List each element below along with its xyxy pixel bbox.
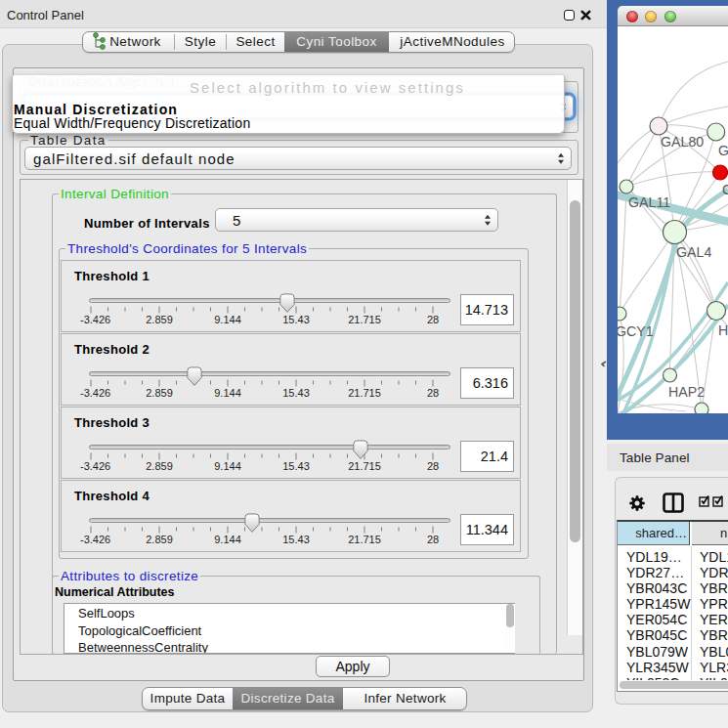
svg-text:GCY1: GCY1 [618,323,654,339]
svg-text:H: H [718,322,728,338]
svg-text:HAP2: HAP2 [668,384,705,400]
svg-text:C: C [722,182,728,197]
svg-text:GAL11: GAL11 [628,194,670,210]
svg-text:GA: GA [718,143,728,158]
svg-text:GAL4: GAL4 [676,244,711,260]
svg-text:GAL80: GAL80 [661,134,704,150]
